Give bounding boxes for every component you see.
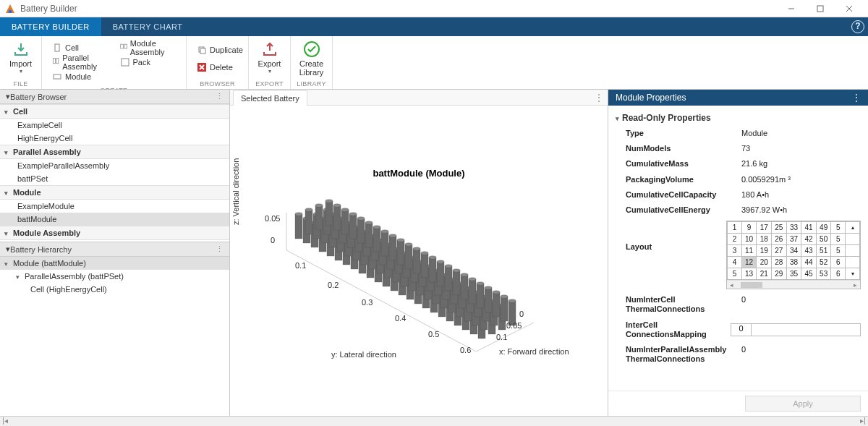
- svg-rect-65: [469, 279, 476, 304]
- browser-section-module[interactable]: ▾Module: [0, 185, 229, 200]
- browser-item[interactable]: ExampleParallelAssembly: [0, 159, 229, 172]
- group-label-export: EXPORT: [249, 80, 290, 89]
- browser-section-parallel[interactable]: ▾Parallel Assembly: [0, 145, 229, 159]
- svg-rect-209: [326, 201, 333, 226]
- hierarchy-item[interactable]: ▾ParallelAssembly (battPSet): [0, 270, 229, 283]
- svg-rect-177: [357, 218, 365, 243]
- create-cell-button[interactable]: Cell: [49, 41, 111, 55]
- svg-point-206: [305, 208, 312, 211]
- svg-rect-105: [429, 257, 436, 282]
- module-properties-header: Module Properties ⋮: [608, 90, 868, 106]
- create-module-button[interactable]: Module: [49, 69, 111, 84]
- svg-rect-81: [453, 270, 460, 295]
- svg-point-186: [349, 213, 357, 216]
- ribbon-tabs: BATTERY BUILDER BATTERY CHART ?: [0, 17, 868, 36]
- maximize-button[interactable]: [806, 0, 835, 17]
- more-icon[interactable]: ⋮: [852, 93, 861, 103]
- browser-item[interactable]: battPSet: [0, 172, 229, 185]
- svg-point-178: [357, 217, 365, 220]
- duplicate-button[interactable]: Duplicate: [194, 43, 246, 57]
- svg-rect-121: [413, 249, 420, 273]
- duplicate-icon: [197, 45, 207, 55]
- svg-rect-161: [373, 227, 380, 252]
- svg-point-204: [295, 213, 302, 216]
- browser-section-module-assembly[interactable]: ▾Module Assembly: [0, 226, 229, 240]
- svg-rect-193: [341, 210, 349, 234]
- close-button[interactable]: [835, 0, 864, 17]
- svg-point-170: [365, 221, 373, 224]
- more-icon[interactable]: ⋮: [590, 90, 608, 105]
- create-library-button[interactable]: CreateLibrary: [295, 38, 328, 79]
- svg-rect-185: [349, 214, 357, 239]
- svg-rect-41: [493, 292, 500, 317]
- svg-point-106: [429, 256, 436, 259]
- svg-point-58: [477, 282, 484, 285]
- window-title: Battery Builder: [20, 4, 777, 14]
- layout-scrollbar[interactable]: ◂▸: [727, 280, 860, 289]
- svg-rect-145: [389, 236, 396, 260]
- browser-section-cell[interactable]: ▾Cell: [0, 104, 229, 119]
- statusbar-right-arrow[interactable]: ▸|: [858, 417, 868, 426]
- svg-rect-33: [501, 297, 508, 321]
- hierarchy-tree: ▾Module (battModule) ▾ParallelAssembly (…: [0, 257, 229, 416]
- x-axis-label: x: Forward direction: [499, 347, 569, 356]
- apply-button[interactable]: Apply: [745, 396, 861, 412]
- battery-3d-viewer[interactable]: battModule (Module) 0.05 0 0.1 0.2 0.3 0…: [230, 106, 608, 416]
- svg-rect-6: [55, 44, 59, 51]
- svg-point-26: [509, 299, 516, 302]
- svg-point-194: [341, 208, 349, 211]
- titlebar: Battery Builder: [0, 0, 868, 17]
- svg-point-90: [445, 265, 452, 268]
- delete-button[interactable]: Delete: [194, 60, 246, 74]
- svg-rect-11: [124, 44, 127, 48]
- export-button[interactable]: Export ▾: [253, 38, 286, 79]
- more-icon[interactable]: ⋮: [216, 244, 224, 254]
- readonly-section[interactable]: ▾Read-Only Properties: [616, 110, 861, 126]
- svg-rect-1: [9, 10, 12, 13]
- svg-point-114: [421, 252, 428, 255]
- svg-point-130: [405, 243, 412, 246]
- hierarchy-item[interactable]: ▾Module (battModule): [0, 257, 229, 270]
- svg-rect-153: [381, 231, 388, 256]
- intercell-mapping-input[interactable]: 0: [731, 323, 861, 336]
- tab-battery-builder[interactable]: BATTERY BUILDER: [0, 17, 101, 36]
- browser-item-selected[interactable]: battModule: [0, 213, 229, 226]
- svg-rect-89: [445, 266, 452, 291]
- svg-rect-3: [817, 6, 823, 12]
- svg-point-210: [326, 200, 333, 203]
- svg-point-74: [461, 273, 468, 276]
- svg-point-146: [389, 234, 396, 237]
- svg-rect-73: [461, 275, 468, 299]
- pack-icon: [120, 57, 130, 67]
- svg-point-82: [453, 269, 460, 272]
- group-label-library: LIBRARY: [291, 80, 332, 89]
- svg-rect-201: [333, 205, 341, 230]
- layout-table[interactable]: 1917253341495▴21018263742505311192734435…: [726, 221, 861, 289]
- svg-rect-57: [477, 284, 484, 308]
- viewer-tabs: Selected Battery ⋮: [230, 90, 608, 106]
- import-button[interactable]: Import ▾: [4, 38, 37, 79]
- browser-item[interactable]: ExampleModule: [0, 200, 229, 213]
- tab-battery-chart[interactable]: BATTERY CHART: [101, 17, 195, 36]
- app-icon: [4, 3, 16, 14]
- tab-selected-battery[interactable]: Selected Battery: [233, 90, 307, 106]
- create-parallel-button[interactable]: Parallel Assembly: [49, 55, 111, 69]
- plot-title: battModule (Module): [230, 168, 608, 179]
- svg-rect-8: [56, 58, 59, 63]
- help-button[interactable]: ?: [848, 17, 868, 36]
- svg-point-34: [501, 295, 508, 298]
- browser-item[interactable]: ExampleCell: [0, 119, 229, 132]
- browser-item[interactable]: HighEnergyCell: [0, 132, 229, 145]
- create-module-assembly-button[interactable]: Module Assembly: [117, 41, 179, 55]
- svg-rect-49: [485, 288, 492, 312]
- minimize-button[interactable]: [777, 0, 806, 17]
- svg-point-138: [397, 239, 404, 242]
- svg-rect-203: [295, 214, 302, 239]
- create-pack-button[interactable]: Pack: [117, 55, 179, 69]
- more-icon[interactable]: ⋮: [216, 92, 224, 101]
- svg-point-208: [315, 204, 323, 207]
- module-assembly-icon: [120, 43, 127, 53]
- svg-rect-207: [315, 205, 323, 230]
- hierarchy-item[interactable]: Cell (HighEnergyCell): [0, 283, 229, 296]
- statusbar-left-arrow[interactable]: |◂: [0, 417, 10, 426]
